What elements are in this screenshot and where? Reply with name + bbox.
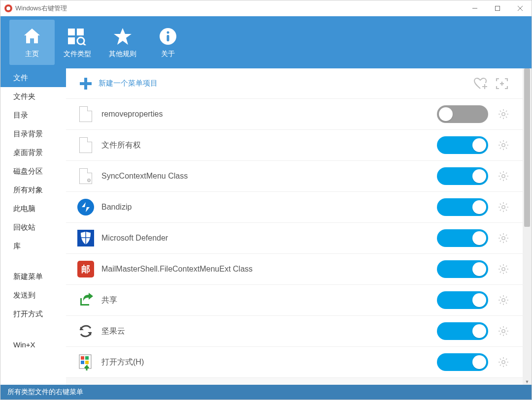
new-item-row[interactable]: 新建一个菜单项目 — [66, 68, 523, 99]
sidebar-item-label: 库 — [13, 242, 21, 251]
tab-about[interactable]: 关于 — [145, 20, 191, 65]
item-label: MailMasterShell.FileContextMenuExt Class — [101, 265, 437, 274]
svg-point-18 — [502, 113, 505, 116]
toggle-switch[interactable] — [437, 167, 488, 185]
list-item: Microsoft Defender — [66, 223, 523, 254]
svg-point-10 — [167, 31, 169, 34]
file-icon — [76, 135, 96, 155]
svg-point-31 — [502, 330, 505, 333]
toggle-switch[interactable] — [437, 260, 488, 278]
defender-icon — [76, 228, 96, 248]
item-label: 坚果云 — [101, 326, 437, 337]
titlebar: Windows右键管理 — [0, 0, 532, 16]
svg-rect-13 — [80, 82, 92, 85]
sidebar-item-library[interactable]: 库 — [0, 237, 66, 255]
svg-rect-1 — [496, 6, 500, 11]
list-item: 共享 — [66, 285, 523, 316]
item-label: Bandizip — [101, 203, 437, 212]
file-icon — [76, 104, 96, 124]
content-list: 新建一个菜单项目 removeproperties — [66, 68, 523, 385]
item-label: removeproperties — [101, 110, 437, 119]
sidebar-item-recycle-bin[interactable]: 回收站 — [0, 218, 66, 237]
sidebar-item-label: 目录 — [13, 111, 28, 120]
tab-other-rules[interactable]: 其他规则 — [100, 20, 145, 65]
svg-rect-33 — [81, 356, 84, 360]
sidebar: 文件 文件夹 目录 目录背景 桌面背景 磁盘分区 所有对象 此电脑 回收站 库 … — [0, 68, 66, 385]
svg-text:邮: 邮 — [81, 264, 90, 274]
toggle-switch[interactable] — [437, 136, 488, 154]
sidebar-item-new-menu[interactable]: 新建菜单 — [0, 267, 66, 286]
svg-rect-34 — [85, 356, 89, 360]
new-item-label: 新建一个菜单项目 — [99, 79, 158, 88]
sidebar-item-label: 桌面背景 — [13, 148, 43, 157]
list-item: 文件所有权 — [66, 130, 523, 161]
heart-add-icon[interactable] — [469, 73, 491, 94]
gear-icon[interactable] — [494, 322, 513, 340]
info-icon — [159, 26, 177, 47]
list-item: 邮 MailMasterShell.FileContextMenuExt Cla… — [66, 254, 523, 285]
close-button[interactable] — [509, 0, 532, 16]
scrollbar[interactable]: ▲ ▼ — [523, 68, 532, 385]
sidebar-item-this-pc[interactable]: 此电脑 — [0, 199, 66, 218]
maximize-button[interactable] — [486, 0, 509, 16]
svg-point-26 — [502, 237, 505, 240]
tab-filetype[interactable]: 文件类型 — [55, 20, 100, 65]
openwith-icon — [76, 352, 96, 372]
gear-icon[interactable] — [494, 105, 513, 123]
sidebar-item-label: 所有对象 — [13, 185, 43, 195]
sidebar-item-disk-partition[interactable]: 磁盘分区 — [0, 162, 66, 181]
svg-rect-35 — [81, 361, 84, 364]
list-item: 打开方式(H) — [66, 347, 523, 378]
gear-icon[interactable] — [494, 260, 513, 278]
scan-add-icon[interactable] — [491, 73, 513, 94]
gear-icon[interactable] — [494, 353, 513, 371]
tab-home[interactable]: 主页 — [9, 20, 55, 65]
sidebar-item-label: 新建菜单 — [13, 272, 43, 281]
svg-rect-6 — [68, 37, 75, 44]
sidebar-item-directory-bg[interactable]: 目录背景 — [0, 124, 66, 143]
gear-icon[interactable] — [494, 136, 513, 154]
status-text: 所有类型文件的右键菜单 — [7, 388, 83, 397]
file-gear-icon — [76, 166, 96, 186]
svg-point-29 — [502, 268, 505, 271]
toggle-switch[interactable] — [437, 198, 488, 216]
list-item: Bandizip — [66, 192, 523, 223]
svg-rect-36 — [85, 361, 89, 364]
sync-icon — [76, 321, 96, 341]
minimize-button[interactable] — [464, 0, 486, 16]
sidebar-item-send-to[interactable]: 发送到 — [0, 286, 66, 305]
sidebar-item-all-objects[interactable]: 所有对象 — [0, 181, 66, 199]
sidebar-item-desktop-bg[interactable]: 桌面背景 — [0, 143, 66, 162]
gear-icon[interactable] — [494, 229, 513, 247]
gear-icon[interactable] — [494, 167, 513, 185]
list-item: 坚果云 — [66, 316, 523, 347]
sidebar-item-directory[interactable]: 目录 — [0, 106, 66, 124]
sidebar-item-label: 磁盘分区 — [13, 167, 43, 176]
sidebar-item-file[interactable]: 文件 — [0, 68, 66, 87]
sidebar-item-winx[interactable]: Win+X — [0, 335, 66, 354]
svg-point-7 — [77, 37, 84, 44]
svg-point-30 — [502, 299, 505, 302]
gear-icon[interactable] — [494, 198, 513, 216]
star-icon — [113, 26, 133, 47]
tab-home-label: 主页 — [25, 50, 39, 59]
item-label: Microsoft Defender — [101, 234, 437, 243]
item-label: 文件所有权 — [101, 140, 437, 151]
toggle-switch[interactable] — [437, 322, 488, 340]
gear-icon[interactable] — [494, 291, 513, 309]
svg-line-8 — [83, 43, 86, 45]
grid-search-icon — [67, 26, 88, 47]
svg-rect-11 — [167, 35, 169, 41]
sidebar-item-label: 文件夹 — [13, 92, 35, 101]
app-icon — [4, 4, 12, 12]
list-item: SyncContextMenu Class — [66, 161, 523, 192]
toggle-switch[interactable] — [437, 229, 488, 247]
list-item: removeproperties — [66, 99, 523, 130]
toggle-switch[interactable] — [437, 105, 488, 123]
toggle-switch[interactable] — [437, 291, 488, 309]
sidebar-item-folder[interactable]: 文件夹 — [0, 87, 66, 106]
sidebar-item-open-with[interactable]: 打开方式 — [0, 305, 66, 323]
mail-icon: 邮 — [76, 259, 96, 279]
toggle-switch[interactable] — [437, 353, 488, 371]
sidebar-item-label: Win+X — [13, 340, 35, 349]
